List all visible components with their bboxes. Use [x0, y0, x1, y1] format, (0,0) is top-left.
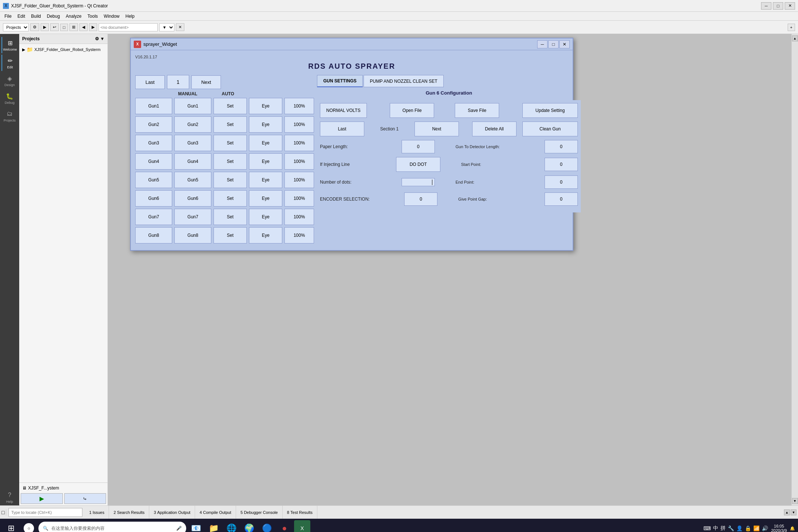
menu-edit[interactable]: Edit [14, 13, 28, 20]
sidebar-item-projects[interactable]: 🗂 Projects [1, 108, 18, 124]
gun-next-button[interactable]: Next [191, 75, 221, 89]
normal-volts-button[interactable]: NORMAL VOLTS [320, 103, 367, 118]
project-selector[interactable]: Projects [3, 23, 29, 31]
bottom-tab-compile[interactable]: 4 Compile Output [195, 506, 236, 519]
toolbar-btn-4[interactable]: □ [60, 24, 68, 31]
gun7-auto-button[interactable]: Gun7 [174, 209, 211, 225]
notification-button[interactable]: 🔔 [790, 526, 795, 531]
update-setting-button[interactable]: Update Setting [522, 103, 578, 118]
gun2-auto-button[interactable]: Gun2 [174, 116, 211, 133]
gun7-eye-button[interactable]: Eye [249, 209, 282, 225]
sprayer-close-button[interactable]: ✕ [559, 40, 570, 48]
bottom-scroll-down[interactable]: ▼ [791, 509, 797, 515]
taskbar-app-red[interactable]: ● [276, 520, 293, 532]
scroll-down-button[interactable]: ▼ [792, 498, 798, 504]
bottom-tab-app-output[interactable]: 3 Application Output [149, 506, 195, 519]
taskbar-app-ie[interactable]: 🌐 [223, 520, 239, 532]
menu-debug[interactable]: Debug [44, 13, 63, 20]
gun6-set-button[interactable]: Set [214, 190, 247, 207]
start-point-value[interactable]: 0 [545, 158, 578, 171]
gun1-set-button[interactable]: Set [214, 98, 247, 114]
toolbar-add-button[interactable]: + [788, 24, 795, 31]
gun2-set-button[interactable]: Set [214, 116, 247, 133]
config-next-button[interactable]: Next [415, 122, 459, 136]
sidebar-item-welcome[interactable]: ⊞ Welcome [1, 37, 18, 53]
gun2-eye-button[interactable]: Eye [249, 116, 282, 133]
gun8-pct-button[interactable]: 100% [284, 227, 314, 243]
search-button[interactable]: ○ [21, 520, 37, 532]
gun7-set-button[interactable]: Set [214, 209, 247, 225]
start-button[interactable]: ⊞ [3, 520, 19, 532]
bottom-tab-test-results[interactable]: 8 Test Results [283, 506, 317, 519]
gun3-auto-button[interactable]: Gun3 [174, 135, 211, 151]
gun3-pct-button[interactable]: 100% [284, 135, 314, 151]
give-point-gap-value[interactable]: 0 [545, 192, 578, 206]
gun7-manual-button[interactable]: Gun7 [135, 209, 172, 225]
debugger-item[interactable]: 🖥 XJSF_F...ystem [21, 484, 106, 492]
menu-analyze[interactable]: Analyze [63, 13, 85, 20]
bottom-tab-issues[interactable]: 1 Issues [85, 506, 109, 519]
project-item[interactable]: ▶ 📁 XJSF_Folder_Gluer_Robot_Systerm [21, 45, 106, 54]
menu-window[interactable]: Window [101, 13, 123, 20]
gun8-set-button[interactable]: Set [214, 227, 247, 243]
gun5-set-button[interactable]: Set [214, 172, 247, 188]
toolbar-btn-1[interactable]: ⚙ [30, 23, 39, 31]
gun8-manual-button[interactable]: Gun8 [135, 227, 172, 243]
sprayer-maximize-button[interactable]: □ [548, 40, 559, 48]
paper-length-value[interactable]: 0 [402, 140, 435, 153]
gun4-pct-button[interactable]: 100% [284, 153, 314, 170]
close-button[interactable]: ✕ [785, 2, 795, 10]
gun2-pct-button[interactable]: 100% [284, 116, 314, 133]
toolbar-btn-3[interactable]: ↩ [50, 23, 59, 31]
clean-gun-button[interactable]: Clean Gun [522, 122, 578, 136]
gun1-manual-button[interactable]: Gun1 [135, 98, 172, 114]
gun6-eye-button[interactable]: Eye [249, 190, 282, 207]
locate-search-input[interactable] [8, 508, 82, 517]
minimize-button[interactable]: ─ [761, 2, 771, 10]
gun2-manual-button[interactable]: Gun2 [135, 116, 172, 133]
gun3-manual-button[interactable]: Gun3 [135, 135, 172, 151]
run-button[interactable]: ▶ [21, 493, 63, 504]
bottom-scroll-up[interactable]: ▲ [784, 509, 790, 515]
config-last-button[interactable]: Last [320, 122, 364, 136]
scroll-up-button[interactable]: ▲ [792, 35, 798, 41]
sidebar-item-design[interactable]: ◈ Design [1, 72, 18, 89]
gun1-eye-button[interactable]: Eye [249, 98, 282, 114]
bottom-tab-search[interactable]: 2 Search Results [109, 506, 149, 519]
nav-fwd-button[interactable]: ▶ [89, 23, 97, 31]
taskbar-app-chrome[interactable]: 🔵 [259, 520, 275, 532]
num-dots-input[interactable]: | [402, 178, 435, 186]
gun5-pct-button[interactable]: 100% [284, 172, 314, 188]
sidebar-item-help[interactable]: ? Help [1, 489, 18, 505]
gun1-pct-button[interactable]: 100% [284, 98, 314, 114]
taskbar-search[interactable]: 🔍 在这里输入你要搜索的内容 🎤 [38, 522, 186, 532]
save-file-button[interactable]: Save File [455, 103, 499, 118]
sidebar-item-debug[interactable]: 🐛 Debug [1, 90, 18, 106]
tab-pump-nozzel[interactable]: PUMP AND NOZZEL CLEAN SET [364, 75, 444, 87]
taskbar-app-edge[interactable]: 🌍 [241, 520, 257, 532]
taskbar-app-qt[interactable]: X [294, 520, 310, 532]
gun5-eye-button[interactable]: Eye [249, 172, 282, 188]
gun4-auto-button[interactable]: Gun4 [174, 153, 211, 170]
gun5-auto-button[interactable]: Gun5 [174, 172, 211, 188]
gun-to-detector-value[interactable]: 0 [545, 140, 578, 153]
tab-gun-settings[interactable]: GUN SETTINGS [317, 75, 363, 87]
gun4-manual-button[interactable]: Gun4 [135, 153, 172, 170]
taskbar-app-mail[interactable]: 📧 [188, 520, 204, 532]
toolbar-btn-5[interactable]: ⊞ [69, 23, 78, 31]
gun1-auto-button[interactable]: Gun1 [174, 98, 211, 114]
bottom-tab-debugger-console[interactable]: 5 Debugger Console [236, 506, 283, 519]
doc-selector[interactable]: ▼ [159, 23, 174, 31]
gun3-set-button[interactable]: Set [214, 135, 247, 151]
gun5-manual-button[interactable]: Gun5 [135, 172, 172, 188]
gun4-eye-button[interactable]: Eye [249, 153, 282, 170]
menu-build[interactable]: Build [28, 13, 44, 20]
delete-all-button[interactable]: Delete All [472, 122, 516, 136]
maximize-button[interactable]: □ [773, 2, 783, 10]
toolbar-btn-2[interactable]: ▶ [41, 23, 49, 31]
gun8-eye-button[interactable]: Eye [249, 227, 282, 243]
sprayer-minimize-button[interactable]: ─ [537, 40, 548, 48]
step-over-button[interactable]: ⤷ [64, 493, 106, 504]
gun8-auto-button[interactable]: Gun8 [174, 227, 211, 243]
document-input[interactable] [99, 23, 158, 31]
